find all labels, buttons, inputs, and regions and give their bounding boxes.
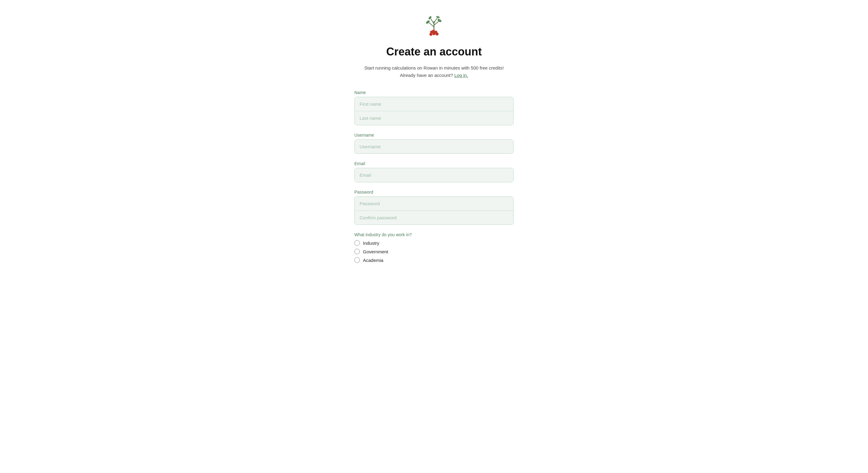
radio-label-government: Government [363, 249, 389, 254]
svg-point-13 [429, 33, 432, 36]
email-field-group: Email [354, 161, 514, 182]
password-input-stack [354, 196, 514, 225]
rowan-logo-icon [422, 12, 446, 37]
svg-point-5 [426, 20, 430, 24]
username-input[interactable] [355, 140, 513, 153]
page-title: Create an account [386, 45, 482, 58]
radio-item-government[interactable]: Government [354, 249, 514, 254]
password-label: Password [354, 189, 514, 195]
radio-academia[interactable] [354, 257, 360, 263]
page-subtitle: Start running calculations on Rowan in m… [364, 64, 503, 79]
industry-section: What industry do you work in? Industry G… [354, 232, 514, 263]
email-input[interactable] [355, 168, 513, 182]
logo-container [422, 12, 446, 38]
last-name-input[interactable] [355, 111, 513, 125]
svg-line-3 [431, 19, 434, 24]
username-input-wrapper [354, 139, 514, 154]
svg-point-15 [432, 30, 435, 33]
radio-industry[interactable] [354, 240, 360, 246]
radio-item-academia[interactable]: Academia [354, 257, 514, 263]
svg-line-4 [434, 19, 437, 23]
confirm-password-input[interactable] [355, 211, 513, 225]
radio-government[interactable] [354, 249, 360, 254]
name-input-stack [354, 97, 514, 125]
name-field-group: Name [354, 90, 514, 125]
email-label: Email [354, 161, 514, 166]
svg-point-17 [435, 31, 436, 32]
email-input-wrapper [354, 168, 514, 182]
page-container: Create an account Start running calculat… [354, 12, 514, 263]
name-label: Name [354, 90, 514, 95]
industry-radio-group: Industry Government Academia [354, 240, 514, 263]
svg-line-1 [429, 23, 434, 27]
industry-question: What industry do you work in? [354, 232, 514, 237]
username-field-group: Username [354, 132, 514, 154]
radio-label-academia: Academia [363, 258, 383, 263]
svg-point-14 [436, 32, 439, 35]
signup-form: Name Username Email Password [354, 90, 514, 263]
password-input[interactable] [355, 197, 513, 211]
login-link[interactable]: Log in. [454, 72, 468, 78]
svg-point-16 [432, 30, 433, 31]
username-label: Username [354, 132, 514, 138]
radio-label-industry: Industry [363, 240, 379, 246]
password-field-group: Password [354, 189, 514, 225]
svg-point-8 [436, 16, 440, 19]
radio-item-industry[interactable]: Industry [354, 240, 514, 246]
first-name-input[interactable] [355, 97, 513, 111]
